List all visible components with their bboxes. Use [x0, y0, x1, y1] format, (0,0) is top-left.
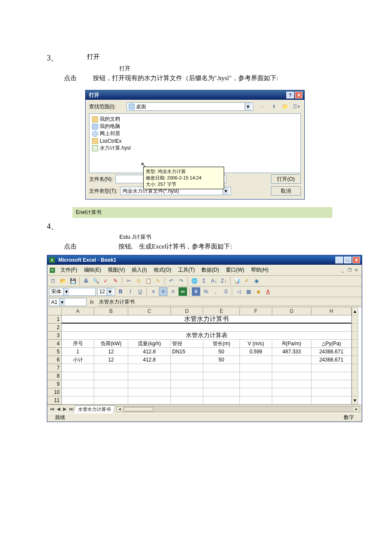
- menu-help[interactable]: 帮助(H): [248, 266, 271, 275]
- cut-icon[interactable]: ✂: [124, 277, 133, 285]
- align-left-icon[interactable]: ≡: [149, 287, 158, 296]
- cell[interactable]: [240, 396, 272, 405]
- views-icon[interactable]: ☰▾: [291, 102, 301, 111]
- cell[interactable]: [240, 364, 272, 372]
- cell[interactable]: [272, 396, 311, 405]
- open-icon[interactable]: 📂: [59, 277, 67, 285]
- cell[interactable]: [311, 364, 352, 372]
- cell[interactable]: 序号: [62, 340, 94, 348]
- chevron-down-icon[interactable]: ▾: [59, 298, 65, 306]
- next-sheet-button[interactable]: ▶: [62, 406, 68, 412]
- cell[interactable]: [171, 364, 203, 372]
- maximize-button[interactable]: □: [344, 257, 352, 263]
- row-header[interactable]: 3: [47, 332, 62, 340]
- new-icon[interactable]: 🗋: [49, 277, 58, 285]
- cell[interactable]: [128, 364, 171, 372]
- font-size-select[interactable]: 12▾: [97, 288, 115, 296]
- file-list[interactable]: 我的文档 我的电脑 网上邻居 ListCtrlEx 水力计算.hysl ↖ 类型…: [89, 113, 301, 173]
- cell[interactable]: [171, 356, 203, 364]
- cell[interactable]: 12: [94, 356, 128, 364]
- italic-button[interactable]: I: [126, 287, 135, 296]
- name-box[interactable]: A1▾: [49, 298, 86, 306]
- cell[interactable]: 管径: [171, 340, 203, 348]
- cell[interactable]: 24366.671: [311, 356, 352, 364]
- cell[interactable]: [240, 372, 272, 380]
- chevron-down-icon[interactable]: ▾: [107, 288, 112, 295]
- chevron-down-icon[interactable]: ▾: [245, 103, 251, 110]
- sort-desc-icon[interactable]: Z↓: [219, 277, 228, 285]
- scroll-track[interactable]: [352, 324, 358, 332]
- col-header[interactable]: E: [203, 307, 240, 315]
- chevron-down-icon[interactable]: ▾: [63, 288, 69, 295]
- cell[interactable]: 12: [94, 348, 128, 356]
- cell[interactable]: [272, 372, 311, 380]
- menu-format[interactable]: 格式(O): [151, 266, 174, 275]
- cell[interactable]: V (m/s): [240, 340, 272, 348]
- increase-decimal-icon[interactable]: .0: [221, 287, 230, 296]
- cell[interactable]: [203, 364, 240, 372]
- scroll-track[interactable]: [352, 364, 358, 372]
- file-item-hysl[interactable]: 水力计算.hysl: [92, 145, 298, 152]
- file-item-mycomputer[interactable]: 我的电脑: [92, 123, 298, 130]
- help-button[interactable]: ?: [286, 92, 294, 98]
- sheet-tab[interactable]: 水管水力计算书: [73, 405, 116, 413]
- new-folder-icon[interactable]: 📁: [280, 102, 290, 111]
- select-all-corner[interactable]: [47, 307, 62, 315]
- row-header[interactable]: 11: [47, 396, 62, 405]
- cell[interactable]: R(Pa/m): [272, 340, 311, 348]
- cell[interactable]: [62, 388, 94, 396]
- borders-icon[interactable]: ▦: [244, 287, 253, 296]
- menu-window[interactable]: 窗口(W): [223, 266, 247, 275]
- row-header[interactable]: 9: [47, 380, 62, 388]
- undo-icon[interactable]: ↶: [167, 277, 176, 285]
- scroll-track[interactable]: [352, 356, 358, 364]
- scroll-track[interactable]: [352, 348, 358, 356]
- align-center-icon[interactable]: ≡: [159, 287, 167, 296]
- cell[interactable]: [272, 388, 311, 396]
- cell[interactable]: [62, 372, 94, 380]
- prev-sheet-button[interactable]: ◀: [55, 406, 61, 412]
- close-button[interactable]: ✕: [295, 92, 303, 98]
- col-header[interactable]: D: [171, 307, 203, 315]
- cell[interactable]: 流量(kg/h): [128, 340, 171, 348]
- cell[interactable]: [94, 372, 128, 380]
- col-header[interactable]: A: [62, 307, 94, 315]
- font-color-icon[interactable]: A: [264, 287, 272, 296]
- cell[interactable]: DN15: [171, 348, 203, 356]
- cell[interactable]: [94, 380, 128, 388]
- autosum-icon[interactable]: Σ: [200, 277, 208, 285]
- currency-icon[interactable]: ¥: [192, 287, 200, 296]
- cell[interactable]: [94, 396, 128, 405]
- col-header[interactable]: B: [94, 307, 128, 315]
- cell[interactable]: [171, 380, 203, 388]
- menu-data[interactable]: 数据(D): [199, 266, 222, 275]
- scroll-track[interactable]: [352, 380, 358, 388]
- cell[interactable]: 50: [203, 348, 240, 356]
- file-item-network[interactable]: 网上邻居: [92, 130, 298, 137]
- cell[interactable]: 小计: [62, 356, 94, 364]
- scroll-track[interactable]: [352, 332, 358, 340]
- cell-subtitle[interactable]: 水管水力计算表: [62, 332, 352, 340]
- cell[interactable]: [272, 356, 311, 364]
- scroll-up-button[interactable]: ▴: [352, 307, 358, 315]
- row-header[interactable]: 2: [47, 324, 62, 332]
- spreadsheet-grid[interactable]: A B C D E F G H ▴ 1 水管水力计算书 2 3 水管水力计算表 …: [47, 307, 362, 405]
- cell[interactable]: 0.599: [240, 348, 272, 356]
- col-header[interactable]: G: [272, 307, 311, 315]
- cell[interactable]: [272, 364, 311, 372]
- cell[interactable]: [203, 380, 240, 388]
- chart-icon[interactable]: 📊: [233, 277, 241, 285]
- bold-button[interactable]: B: [116, 287, 125, 296]
- merge-center-icon[interactable]: ⇔: [179, 287, 187, 296]
- underline-button[interactable]: U: [136, 287, 144, 296]
- cell[interactable]: 管长(m): [203, 340, 240, 348]
- menu-insert[interactable]: 插入(I): [129, 266, 150, 275]
- file-item-listctrlex[interactable]: ListCtrlEx: [92, 137, 298, 145]
- cell[interactable]: [311, 380, 352, 388]
- menu-view[interactable]: 视图(V): [105, 266, 128, 275]
- format-painter-icon[interactable]: ✎: [154, 277, 162, 285]
- menu-edit[interactable]: 编辑(E): [81, 266, 104, 275]
- row-header[interactable]: 6: [47, 356, 62, 364]
- redo-icon[interactable]: ↷: [177, 277, 185, 285]
- cell[interactable]: [311, 388, 352, 396]
